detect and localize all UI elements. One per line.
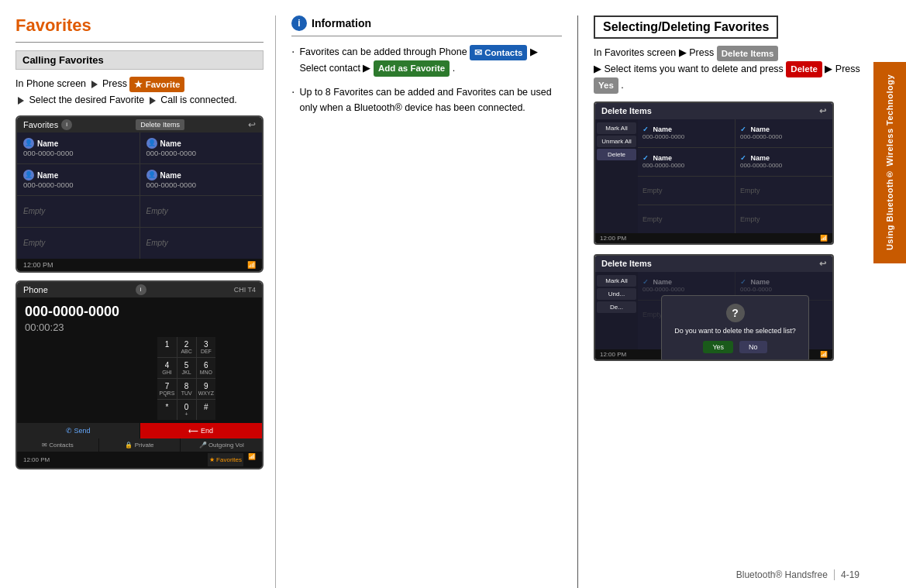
dialog-question-icon: ?: [726, 304, 745, 322]
checkmark-1c: ✓: [642, 154, 649, 162]
del-menu-de[interactable]: De...: [597, 301, 636, 313]
favorites-footer: 12:00 PM 📶: [17, 259, 262, 271]
phone-keypad: 1 2ABC 3DEF 4GHI 5JKL 6MNO 7PQRS 8TUV 9W…: [157, 337, 215, 420]
del-left-menu-1: Mark All Unmark All Delete: [595, 119, 638, 233]
bullet-dot-2: ·: [291, 84, 295, 115]
phone-screen-body: 000-0000-0000 00:00:23 1 2ABC 3DEF 4GHI …: [17, 297, 262, 468]
del-menu-delete[interactable]: Delete: [597, 149, 636, 160]
checkmark-1a: ✓: [642, 126, 649, 133]
key-star[interactable]: *: [157, 400, 176, 420]
info-section-header: i Information: [291, 15, 562, 31]
phone-time: 12:00 PM: [23, 456, 50, 463]
phone-end-button[interactable]: ⟵ End: [140, 423, 263, 438]
person-icon-1: 👤: [23, 138, 34, 149]
delete-screen-1: Delete Items ↩ Mark All Unmark All Delet…: [594, 101, 834, 245]
favorites-delete-btn[interactable]: Delete Items: [136, 119, 184, 130]
page-footer: Bluetooth® Handsfree 4-19: [736, 569, 859, 580]
key-6[interactable]: 6MNO: [197, 358, 215, 378]
del-cell-1d: ✓ Name 000-0000-0000: [735, 148, 832, 176]
del-menu-und[interactable]: Und...: [597, 288, 636, 300]
triangle-icon-3: [150, 97, 156, 105]
favorites-screen-title-row: Favorites i: [23, 119, 72, 130]
favorites-back-icon: ↩: [248, 119, 256, 130]
person-icon-4: 👤: [146, 170, 157, 181]
selecting-deleting-title: Selecting/Deleting Favorites: [594, 15, 778, 39]
fav-cell-empty-2: Empty: [140, 196, 263, 227]
footer-page-ref: 4-19: [841, 569, 859, 580]
subsection-title: Calling Favorites: [16, 50, 264, 70]
del-title-2: Delete Items: [601, 259, 652, 268]
del-name-2a: ✓ Name: [642, 278, 730, 286]
phone-screen-header: Phone i CHI T4: [17, 282, 262, 297]
del-num-1b: 000-0000-0000: [740, 133, 828, 140]
del-left-menu-2: Mark All Und... De...: [595, 272, 638, 349]
fav-cell-1: 👤 Name 000-0000-0000: [17, 132, 140, 163]
phone-timer: 00:00:23: [17, 322, 262, 337]
favorite-badge: ★ Favorite: [129, 77, 184, 92]
yes-badge: Yes: [594, 77, 618, 93]
fav-cell-empty-3: Empty: [17, 228, 140, 259]
calling-favorites-body: In Phone screen Press ★ Favorite Select …: [16, 76, 264, 108]
info-divider: [291, 36, 562, 36]
del-num-1a: 000-0000-0000: [642, 133, 730, 140]
key-1[interactable]: 1: [157, 337, 176, 357]
key-hash[interactable]: #: [197, 400, 215, 420]
del-footer-1: 12:00 PM 📶: [595, 233, 832, 243]
key-4[interactable]: 4GHI: [157, 358, 176, 378]
del-menu-mark-all[interactable]: Mark All: [597, 122, 636, 134]
key-7[interactable]: 7PQRS: [157, 379, 176, 399]
person-icon-2: 👤: [146, 138, 157, 149]
intro-text: In Favorites screen ▶ Press: [594, 47, 714, 58]
favorites-screen-mockup: Favorites i Delete Items ↩ 👤 Name 000-00…: [16, 115, 264, 273]
select-favorite-label: Select the desired Favorite: [29, 95, 144, 105]
fav-cell-empty-1: Empty: [17, 196, 140, 227]
left-column: Favorites Calling Favorites In Phone scr…: [0, 15, 275, 588]
phone-number-display: 000-0000-0000: [17, 297, 262, 322]
del-num-2a: 000-0000-0000: [642, 286, 730, 293]
del-sidebar-2: Mark All Und... De... ✓ Name 000-0000-00: [595, 272, 832, 349]
del-sidebar-1: Mark All Unmark All Delete ✓ Name 000-00: [595, 119, 832, 233]
phone-send-button[interactable]: ✆ Send: [17, 423, 140, 438]
phone-left-spacer: [17, 337, 57, 420]
in-phone-screen-label: In Phone screen: [16, 78, 86, 89]
phone-contacts-btn[interactable]: ✉ Contacts: [17, 438, 98, 452]
contacts-badge: ✉ Contacts: [470, 45, 527, 60]
footer-divider: [834, 569, 835, 580]
person-icon-3: 👤: [23, 170, 34, 181]
del-name-2b: ✓ Name: [740, 278, 828, 286]
del-signal-2: 📶: [820, 351, 828, 358]
del-back-2: ↩: [819, 259, 826, 269]
key-8[interactable]: 8TUV: [177, 379, 196, 399]
bullet-text-2: Up to 8 Favorites can be added and Favor…: [299, 84, 562, 115]
phone-keypad-area: 1 2ABC 3DEF 4GHI 5JKL 6MNO 7PQRS 8TUV 9W…: [17, 337, 262, 420]
right-column: Selecting/Deleting Favorites In Favorite…: [577, 15, 906, 588]
key-2[interactable]: 2ABC: [177, 337, 196, 357]
fav-name-3: 👤 Name: [23, 170, 133, 181]
favorites-contact-grid: 👤 Name 000-0000-0000 👤 Name 000-0000-000…: [17, 132, 262, 259]
del-name-1a: ✓ Name: [642, 126, 730, 133]
phone-favorites-btn[interactable]: ★ Favorites: [208, 453, 243, 466]
phone-screen-mockup: Phone i CHI T4 000-0000-0000 00:00:23 1 …: [16, 280, 264, 469]
del-num-1c: 000-0000-0000: [642, 162, 730, 169]
checkmark-1d: ✓: [740, 154, 746, 162]
phone-action-bar: ✆ Send ⟵ End: [17, 423, 262, 438]
delete-badge: Delete: [786, 61, 822, 77]
dialog-no-button[interactable]: No: [739, 341, 767, 353]
call-connected-label: Call is connected.: [160, 95, 237, 105]
del-empty-1a: Empty: [638, 177, 735, 205]
key-0[interactable]: 0+: [177, 400, 196, 420]
key-9[interactable]: 9WXYZ: [197, 379, 215, 399]
del-menu-mark-all-2[interactable]: Mark All: [597, 275, 636, 287]
phone-outgoing-btn[interactable]: 🎤 Outgoing Vol: [181, 438, 262, 452]
middle-column: i Information · Favorites can be added t…: [275, 15, 577, 588]
dialog-yes-button[interactable]: Yes: [703, 341, 733, 353]
del-menu-unmark-all[interactable]: Unmark All: [597, 136, 636, 147]
del-content-2: ✓ Name 000-0000-0000 ✓ Name 000-0: [638, 272, 832, 349]
phone-info-icon: i: [136, 284, 146, 295]
del-cell-1a: ✓ Name 000-0000-0000: [638, 119, 735, 147]
phone-private-btn[interactable]: 🔒 Private: [99, 438, 181, 452]
key-5[interactable]: 5JKL: [177, 358, 196, 378]
add-favorite-badge: Add as Favorite: [374, 60, 450, 76]
fav-number-1: 000-0000-0000: [23, 149, 133, 157]
key-3[interactable]: 3DEF: [197, 337, 215, 357]
